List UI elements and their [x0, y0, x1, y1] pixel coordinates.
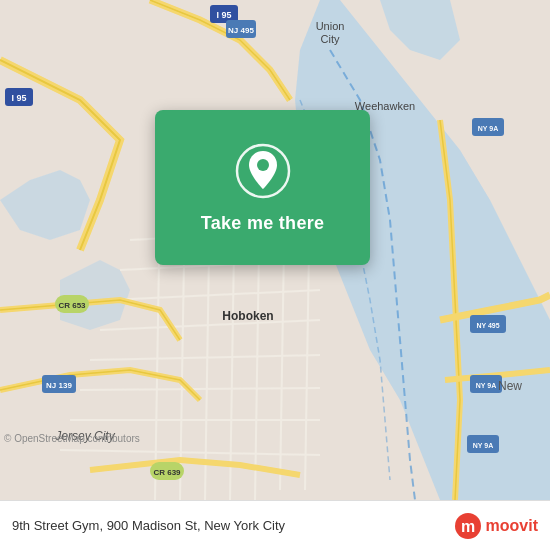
location-pin-icon — [233, 141, 293, 201]
svg-text:New: New — [498, 379, 522, 393]
moovit-logo: m moovit — [454, 512, 538, 540]
svg-point-43 — [257, 159, 269, 171]
map-view: I 95 I 95 NJ 495 CR 653 NJ 139 CR 639 NY… — [0, 0, 550, 500]
svg-text:Union: Union — [316, 20, 345, 32]
location-label: 9th Street Gym, 900 Madison St, New York… — [12, 518, 454, 533]
moovit-icon: m — [454, 512, 482, 540]
svg-text:NY 9A: NY 9A — [478, 125, 499, 132]
svg-text:City: City — [321, 33, 340, 45]
svg-text:NY 9A: NY 9A — [473, 442, 494, 449]
svg-text:NJ 495: NJ 495 — [228, 26, 254, 35]
moovit-label: moovit — [486, 517, 538, 535]
action-card[interactable]: Take me there — [155, 110, 370, 265]
svg-text:NY 495: NY 495 — [476, 322, 499, 329]
bottom-bar: 9th Street Gym, 900 Madison St, New York… — [0, 500, 550, 550]
svg-text:I 95: I 95 — [11, 93, 26, 103]
svg-text:CR 639: CR 639 — [153, 468, 181, 477]
svg-text:I 95: I 95 — [216, 10, 231, 20]
svg-text:NJ 139: NJ 139 — [46, 381, 72, 390]
svg-text:Hoboken: Hoboken — [222, 309, 273, 323]
svg-text:m: m — [460, 518, 474, 535]
svg-text:CR 653: CR 653 — [58, 301, 86, 310]
copyright-label: © OpenStreetMap contributors — [4, 433, 140, 444]
svg-text:NY 9A: NY 9A — [476, 382, 497, 389]
take-me-there-button[interactable]: Take me there — [201, 213, 325, 234]
